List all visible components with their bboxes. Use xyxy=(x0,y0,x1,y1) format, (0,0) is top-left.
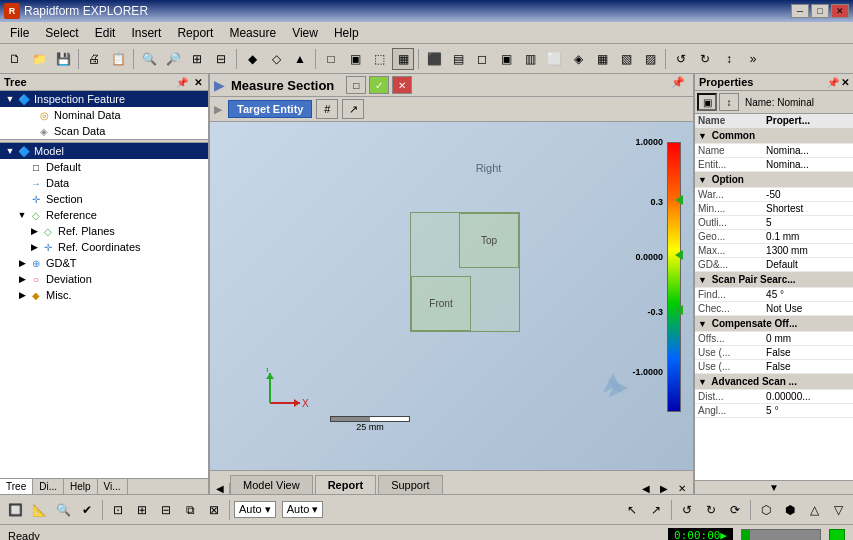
target-hash-button[interactable]: # xyxy=(316,99,338,119)
tree-item-default[interactable]: □ Default xyxy=(0,159,208,175)
tree-item-section[interactable]: ✛ Section xyxy=(0,191,208,207)
shape1-button[interactable]: ◆ xyxy=(241,48,263,70)
bottom-tool-6[interactable]: ⊞ xyxy=(131,499,153,521)
menu-insert[interactable]: Insert xyxy=(123,24,169,42)
expand-icon[interactable]: ▶ xyxy=(28,242,40,252)
minimize-button[interactable]: ─ xyxy=(791,4,809,18)
tool1-button[interactable]: ⬛ xyxy=(423,48,445,70)
titlebar-controls[interactable]: ─ □ ✕ xyxy=(791,4,849,18)
nav-tool-4[interactable]: ↻ xyxy=(700,499,722,521)
tree-close-button[interactable]: ✕ xyxy=(192,77,204,88)
menu-file[interactable]: File xyxy=(2,24,37,42)
rotate2-button[interactable]: ↻ xyxy=(694,48,716,70)
prop-max-value[interactable]: 1300 mm xyxy=(763,244,853,258)
measure-restore-button[interactable]: □ xyxy=(346,76,366,94)
tree-header-controls[interactable]: 📌 ✕ xyxy=(174,77,204,88)
view4-button[interactable]: ▦ xyxy=(392,48,414,70)
maximize-button[interactable]: □ xyxy=(811,4,829,18)
nav-tool-6[interactable]: ⬡ xyxy=(755,499,777,521)
tab-model-view[interactable]: Model View xyxy=(230,475,313,494)
prop-dist-value[interactable]: 0.00000... xyxy=(763,390,853,404)
nav-tool-9[interactable]: ▽ xyxy=(827,499,849,521)
print-button[interactable]: 🖨 xyxy=(83,48,105,70)
bottom-tool-3[interactable]: 🔍 xyxy=(52,499,74,521)
tab-help[interactable]: Help xyxy=(64,479,98,494)
tab-ctrl-1[interactable]: ◀ xyxy=(639,483,653,494)
bottom-tool-1[interactable]: 🔲 xyxy=(4,499,26,521)
tree-item-misc[interactable]: ▶ ◆ Misc. xyxy=(0,287,208,303)
measure-check-button[interactable]: ✓ xyxy=(369,76,389,94)
nav-tool-3[interactable]: ↺ xyxy=(676,499,698,521)
tool4-button[interactable]: ▣ xyxy=(495,48,517,70)
menu-help[interactable]: Help xyxy=(326,24,367,42)
expand-icon[interactable]: ▼ xyxy=(4,146,16,156)
tree-item-ref-planes[interactable]: ▶ ◇ Ref. Planes xyxy=(0,223,208,239)
props-close-button[interactable]: ✕ xyxy=(841,77,849,88)
shape2-button[interactable]: ◇ xyxy=(265,48,287,70)
auto-dropdown-1[interactable]: Auto ▾ xyxy=(234,501,276,518)
nav-tool-2[interactable]: ↗ xyxy=(645,499,667,521)
tool9-button[interactable]: ▧ xyxy=(615,48,637,70)
expand-icon[interactable]: ▶ xyxy=(16,258,28,268)
nav-tool-5[interactable]: ⟳ xyxy=(724,499,746,521)
tool3-button[interactable]: ◻ xyxy=(471,48,493,70)
menu-edit[interactable]: Edit xyxy=(87,24,124,42)
save-button[interactable]: 💾 xyxy=(52,48,74,70)
advanced-collapse-icon[interactable]: ▼ xyxy=(698,377,707,387)
prop-war-value[interactable]: -50 xyxy=(763,188,853,202)
tab-support[interactable]: Support xyxy=(378,475,443,494)
expand-icon[interactable]: ▶ xyxy=(16,290,28,300)
tree-pin-button[interactable]: 📌 xyxy=(174,77,190,88)
expand-icon[interactable]: ▶ xyxy=(16,274,28,284)
menu-view[interactable]: View xyxy=(284,24,326,42)
bottom-tool-5[interactable]: ⊡ xyxy=(107,499,129,521)
bottom-tool-9[interactable]: ⊠ xyxy=(203,499,225,521)
tool6-button[interactable]: ⬜ xyxy=(543,48,565,70)
zoom2-button[interactable]: 🔎 xyxy=(162,48,184,70)
expand-icon[interactable]: ▼ xyxy=(4,94,16,104)
tab-tree[interactable]: Tree xyxy=(0,479,33,494)
prop-find-value[interactable]: 45 ° xyxy=(763,288,853,302)
menu-select[interactable]: Select xyxy=(37,24,86,42)
view2-button[interactable]: ▣ xyxy=(344,48,366,70)
props-scroll-down[interactable]: ▼ xyxy=(695,480,853,494)
menu-report[interactable]: Report xyxy=(169,24,221,42)
prop-gd-value[interactable]: Default xyxy=(763,258,853,272)
expand-icon[interactable]: ▼ xyxy=(16,210,28,220)
zoom4-button[interactable]: ⊟ xyxy=(210,48,232,70)
common-collapse-icon[interactable]: ▼ xyxy=(698,131,707,141)
prop-use2-value[interactable]: False xyxy=(763,360,853,374)
tree-item-ref-coordinates[interactable]: ▶ ✛ Ref. Coordinates xyxy=(0,239,208,255)
prop-min-value[interactable]: Shortest xyxy=(763,202,853,216)
tree-item-deviation[interactable]: ▶ ○ Deviation xyxy=(0,271,208,287)
zoom3-button[interactable]: ⊞ xyxy=(186,48,208,70)
tree-item-inspection-feature[interactable]: ▼ 🔷 Inspection Feature xyxy=(0,91,208,107)
bottom-tool-4[interactable]: ✔ xyxy=(76,499,98,521)
tree-item-gdt[interactable]: ▶ ⊕ GD&T xyxy=(0,255,208,271)
target-arrow-button[interactable]: ↗ xyxy=(342,99,364,119)
bottom-tool-7[interactable]: ⊟ xyxy=(155,499,177,521)
tree-item-reference[interactable]: ▼ ◇ Reference xyxy=(0,207,208,223)
prop-offs-value[interactable]: 0 mm xyxy=(763,332,853,346)
shape3-button[interactable]: ▲ xyxy=(289,48,311,70)
props-tool-2[interactable]: ↕ xyxy=(719,93,739,111)
new-button[interactable]: 🗋 xyxy=(4,48,26,70)
print2-button[interactable]: 📋 xyxy=(107,48,129,70)
measure-pin-icon[interactable]: 📌 xyxy=(671,76,685,89)
tab-report[interactable]: Report xyxy=(315,475,376,494)
expand-icon[interactable]: ▶ xyxy=(28,226,40,236)
zoom-button[interactable]: 🔍 xyxy=(138,48,160,70)
nav-tool-1[interactable]: ↖ xyxy=(621,499,643,521)
prop-chec-value[interactable]: Not Use xyxy=(763,302,853,316)
tree-item-model[interactable]: ▼ 🔷 Model xyxy=(0,143,208,159)
scan-collapse-icon[interactable]: ▼ xyxy=(698,275,707,285)
tool2-button[interactable]: ▤ xyxy=(447,48,469,70)
nav-tool-8[interactable]: △ xyxy=(803,499,825,521)
prop-use1-value[interactable]: False xyxy=(763,346,853,360)
close-button[interactable]: ✕ xyxy=(831,4,849,18)
props-tool-1[interactable]: ▣ xyxy=(697,93,717,111)
tool5-button[interactable]: ▥ xyxy=(519,48,541,70)
flip-button[interactable]: ↕ xyxy=(718,48,740,70)
nav-tool-7[interactable]: ⬢ xyxy=(779,499,801,521)
more-button[interactable]: » xyxy=(742,48,764,70)
